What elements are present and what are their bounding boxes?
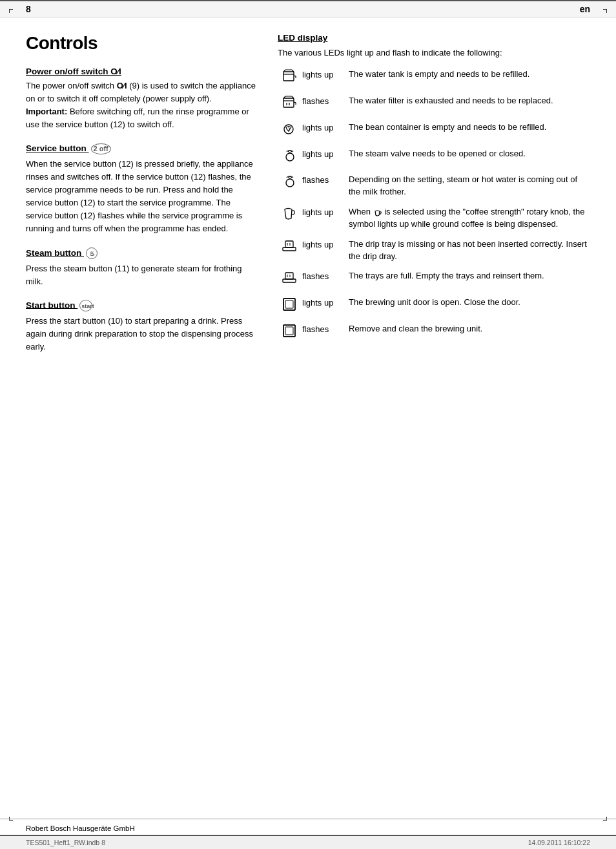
corner-tr bbox=[603, 9, 607, 13]
brew-door-svg bbox=[282, 297, 298, 311]
led-status-7: lights up bbox=[302, 238, 349, 251]
footer-bottom: TES501_Heft1_RW.indb 8 14.09.2011 16:10:… bbox=[0, 835, 616, 849]
content-area: Controls Power on/off switch O⁄I The pow… bbox=[0, 17, 616, 378]
section-service: Service button 2 off When the service bu… bbox=[26, 143, 258, 236]
water-filter-svg bbox=[282, 96, 298, 110]
section-title-steam: Steam button ♨ bbox=[26, 247, 258, 259]
svg-point-7 bbox=[286, 153, 294, 161]
led-status-3: lights up bbox=[302, 121, 349, 134]
coffee-svg bbox=[282, 207, 298, 221]
section-power: Power on/off switch O⁄I The power on/off… bbox=[26, 67, 258, 132]
led-status-2: flashes bbox=[302, 95, 349, 108]
led-row-9: lights up The brewing unit door is open.… bbox=[278, 297, 590, 315]
led-display-title: LED display bbox=[278, 33, 590, 43]
bean-svg bbox=[282, 122, 298, 136]
svg-rect-30 bbox=[285, 327, 293, 335]
led-row-2: flashes The water filter is exhausted an… bbox=[278, 95, 590, 114]
led-row-7: lights up The drip tray is missing or ha… bbox=[278, 238, 590, 263]
bean-container-icon bbox=[278, 122, 302, 140]
water-filter-icon bbox=[278, 96, 302, 114]
svg-point-9 bbox=[286, 179, 294, 187]
water-tank-icon bbox=[278, 69, 302, 87]
led-desc-7: The drip tray is missing or has not been… bbox=[349, 238, 590, 263]
led-row-6: lights up When is selected using the "co… bbox=[278, 206, 590, 231]
water-tank-svg bbox=[282, 69, 298, 83]
svg-rect-12 bbox=[285, 241, 293, 247]
section-body-steam: Press the steam button (11) to generate … bbox=[26, 262, 258, 288]
footer: Robert Bosch Hausgeräte GmbH TES501_Heft… bbox=[0, 819, 616, 849]
led-desc-6: When is selected using the "coffee stren… bbox=[349, 206, 590, 231]
svg-rect-2 bbox=[283, 98, 294, 107]
header-bar: 8 en bbox=[0, 0, 616, 17]
led-row-8: flashes The trays are full. Empty the tr… bbox=[278, 270, 590, 289]
milk-frother-svg bbox=[282, 174, 298, 189]
svg-rect-16 bbox=[285, 273, 293, 279]
svg-rect-24 bbox=[285, 300, 293, 308]
led-row-10: flashes Remove and clean the brewing uni… bbox=[278, 323, 590, 342]
led-row-4: lights up The steam valve needs to be op… bbox=[278, 148, 590, 167]
steam-valve-svg bbox=[282, 149, 298, 163]
drip-tray-full-icon bbox=[278, 271, 302, 289]
led-status-10: flashes bbox=[302, 323, 349, 336]
led-desc-2: The water filter is exhausted and needs … bbox=[349, 95, 590, 107]
steam-valve-icon bbox=[278, 149, 302, 167]
corner-tl bbox=[9, 9, 13, 13]
page-number: 8 bbox=[26, 4, 31, 14]
led-desc-1: The water tank is empty and needs to be … bbox=[349, 68, 590, 81]
led-row-1: lights up The water tank is empty and ne… bbox=[278, 68, 590, 87]
led-status-8: flashes bbox=[302, 270, 349, 283]
section-body-start: Press the start button (10) to start pre… bbox=[26, 315, 258, 353]
section-title-power: Power on/off switch O⁄I bbox=[26, 67, 258, 76]
section-body-service: When the service button (12) is pressed … bbox=[26, 158, 258, 236]
section-title-service: Service button 2 off bbox=[26, 143, 258, 154]
led-status-6: lights up bbox=[302, 206, 349, 219]
led-desc-3: The bean container is empty and needs to… bbox=[349, 121, 590, 134]
led-status-1: lights up bbox=[302, 68, 349, 81]
led-status-5: flashes bbox=[302, 174, 349, 187]
section-title-start: Start button start bbox=[26, 300, 258, 311]
led-desc-5: Depending on the setting, steam or hot w… bbox=[349, 174, 590, 198]
led-status-4: lights up bbox=[302, 148, 349, 161]
page-wrapper: 8 en Controls Power on/off switch O⁄I Th… bbox=[0, 0, 616, 849]
led-status-9: lights up bbox=[302, 297, 349, 309]
coffee-strength-icon bbox=[278, 207, 302, 225]
svg-rect-15 bbox=[283, 279, 296, 282]
left-column: Controls Power on/off switch O⁄I The pow… bbox=[26, 33, 258, 365]
right-column: LED display The various LEDs light up an… bbox=[278, 33, 590, 365]
drip-tray-icon bbox=[278, 239, 302, 257]
section-body-power: The power on/off switch O⁄I (9) is used … bbox=[26, 79, 258, 132]
start-button-icon: start bbox=[79, 300, 92, 311]
footer-date: 14.09.2011 16:10:22 bbox=[528, 839, 590, 846]
drip-tray-svg bbox=[282, 239, 298, 253]
section-start: Start button start Press the start butto… bbox=[26, 300, 258, 353]
service-icon: 2 off bbox=[91, 143, 111, 154]
svg-rect-11 bbox=[283, 247, 296, 251]
brew-door-open-icon bbox=[278, 297, 302, 315]
brew-unit-clean-icon bbox=[278, 324, 302, 342]
footer-file: TES501_Heft1_RW.indb 8 bbox=[26, 839, 105, 846]
section-steam: Steam button ♨ Press the steam button (1… bbox=[26, 247, 258, 288]
brew-unit-clean-svg bbox=[282, 324, 298, 338]
milk-frother-icon bbox=[278, 174, 302, 193]
steam-button-icon: ♨ bbox=[86, 247, 98, 259]
svg-rect-0 bbox=[283, 72, 294, 81]
footer-company: Robert Bosch Hausgeräte GmbH bbox=[0, 819, 616, 835]
language-code: en bbox=[580, 4, 590, 14]
led-desc-4: The steam valve needs to be opened or cl… bbox=[349, 148, 590, 160]
led-row-3: lights up The bean container is empty an… bbox=[278, 121, 590, 140]
led-row-5: flashes Depending on the setting, steam … bbox=[278, 174, 590, 198]
led-desc-10: Remove and clean the brewing unit. bbox=[349, 323, 590, 335]
led-intro-text: The various LEDs light up and flash to i… bbox=[278, 47, 590, 59]
page-title: Controls bbox=[26, 33, 258, 54]
important-label: Important: bbox=[26, 107, 67, 116]
led-desc-8: The trays are full. Empty the trays and … bbox=[349, 270, 590, 282]
led-desc-9: The brewing unit door is open. Close the… bbox=[349, 297, 590, 309]
drip-tray-full-svg bbox=[282, 271, 298, 285]
